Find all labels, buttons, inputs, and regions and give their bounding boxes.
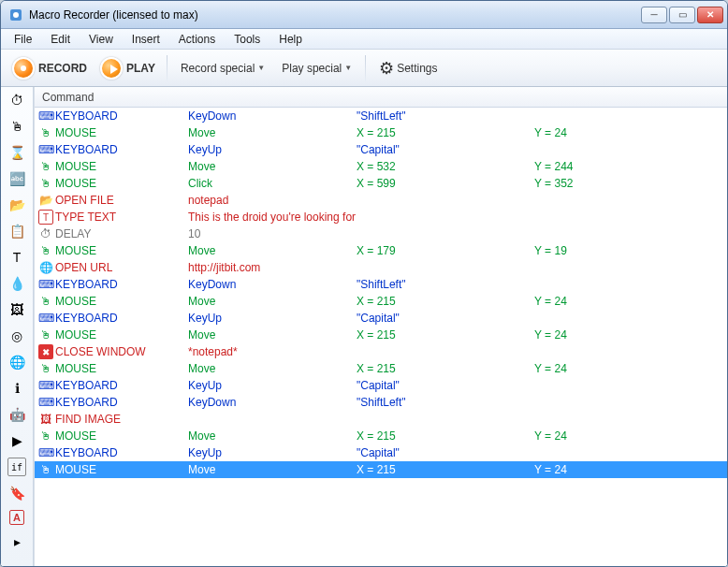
play-icon — [100, 57, 123, 80]
text-icon[interactable]: 🔤 — [7, 169, 26, 188]
command-action: Move — [188, 160, 357, 173]
menu-actions[interactable]: Actions — [169, 31, 225, 48]
copy-icon[interactable]: 📋 — [7, 222, 26, 240]
table-row[interactable]: ⌨KEYBOARDKeyUp"Capital" — [35, 310, 727, 327]
table-row[interactable]: 🖱MOUSEMoveX = 215Y = 24 — [35, 293, 727, 310]
table-row[interactable]: ⌨KEYBOARDKeyUp"Capital" — [35, 444, 727, 461]
row-icon: 🖱 — [38, 294, 53, 309]
table-row[interactable]: TTYPE TEXTThis is the droid you're looki… — [35, 209, 727, 225]
close-button[interactable]: ✕ — [697, 7, 723, 23]
table-row[interactable]: 🖱MOUSEMoveX = 215Y = 24 — [35, 360, 727, 377]
table-row[interactable]: 📂OPEN FILEnotepad — [35, 192, 727, 209]
table-row[interactable]: ⌨KEYBOARDKeyDown"ShiftLeft" — [35, 108, 727, 124]
maximize-button[interactable]: ▭ — [669, 7, 695, 23]
command-name: TYPE TEXT — [55, 211, 116, 224]
table-row[interactable]: 🖱MOUSEMoveX = 532Y = 244 — [35, 158, 727, 175]
menu-edit[interactable]: Edit — [41, 31, 80, 48]
command-action: KeyUp — [188, 312, 357, 325]
settings-button[interactable]: ⚙ Settings — [371, 54, 444, 82]
open-file-icon[interactable]: 📂 — [7, 196, 26, 214]
color-picker-icon[interactable]: 💧 — [7, 274, 26, 293]
command-param1: X = 532 — [357, 160, 534, 173]
minimize-button[interactable]: ─ — [641, 7, 667, 23]
table-row[interactable]: ⏱DELAY10 — [35, 225, 727, 242]
table-row[interactable]: ⌨KEYBOARDKeyUp"Capital" — [35, 141, 727, 158]
command-param1: "ShiftLeft" — [357, 278, 534, 291]
command-param1: X = 599 — [357, 177, 534, 190]
record-icon — [12, 57, 35, 80]
table-row[interactable]: 🌐OPEN URLhttp://jitbit.com — [35, 259, 727, 276]
command-action: Click — [188, 177, 357, 190]
toolbar-separator — [167, 55, 167, 81]
titlebar[interactable]: Macro Recorder (licensed to max) ─ ▭ ✕ — [1, 1, 727, 29]
table-row[interactable]: ⌨KEYBOARDKeyDown"ShiftLeft" — [35, 394, 727, 411]
record-button[interactable]: RECORD — [7, 55, 93, 81]
menu-tools[interactable]: Tools — [225, 31, 269, 48]
table-row[interactable]: 🖱MOUSEMoveX = 215Y = 24 — [35, 428, 727, 444]
play-special-button[interactable]: Play special▼ — [274, 58, 359, 79]
menu-file[interactable]: File — [5, 31, 41, 48]
play-button[interactable]: PLAY — [95, 55, 161, 81]
if-icon[interactable]: if — [7, 458, 26, 476]
table-row[interactable]: 🖼FIND IMAGE — [35, 411, 727, 428]
globe-icon[interactable]: 🌐 — [7, 353, 26, 371]
menu-help[interactable]: Help — [269, 31, 312, 48]
command-name: MOUSE — [55, 463, 96, 476]
record-special-button[interactable]: Record special▼ — [173, 58, 272, 79]
command-param1: X = 215 — [357, 463, 534, 476]
android-icon[interactable]: 🤖 — [7, 405, 26, 424]
command-name: FIND IMAGE — [55, 413, 121, 426]
target-icon[interactable]: ◎ — [7, 327, 26, 345]
row-icon: 🖱 — [38, 125, 53, 140]
table-row[interactable]: 🖱MOUSEMoveX = 215Y = 24 — [35, 124, 727, 141]
row-icon: T — [38, 210, 53, 225]
mouse-icon[interactable]: 🖱 — [7, 117, 26, 136]
table-row[interactable]: ✖CLOSE WINDOW*notepad* — [35, 343, 727, 360]
row-icon: ⌨ — [38, 378, 53, 393]
command-name: KEYBOARD — [55, 109, 118, 123]
command-param1: X = 179 — [357, 244, 534, 257]
info-icon[interactable]: ℹ — [7, 379, 26, 398]
command-param1: "Capital" — [357, 312, 534, 325]
row-icon: 🌐 — [38, 260, 53, 275]
table-row[interactable]: 🖱MOUSEMoveX = 215Y = 24 — [35, 327, 727, 343]
menu-insert[interactable]: Insert — [123, 31, 169, 48]
table-row[interactable]: ⌨KEYBOARDKeyUp"Capital" — [35, 377, 727, 394]
command-param2: Y = 24 — [534, 362, 727, 375]
command-action: Move — [188, 463, 357, 476]
table-row[interactable]: 🖱MOUSEMoveX = 179Y = 19 — [35, 242, 727, 259]
table-row[interactable]: ⌨KEYBOARDKeyDown"ShiftLeft" — [35, 276, 727, 293]
command-action: KeyUp — [188, 143, 357, 156]
collapse-icon[interactable]: ▸ — [7, 532, 26, 551]
command-name: CLOSE WINDOW — [55, 345, 146, 358]
command-action: KeyDown — [188, 396, 357, 409]
annotate-icon[interactable]: A — [9, 510, 24, 525]
typetext-icon[interactable]: T — [7, 248, 26, 267]
command-param2: Y = 24 — [534, 429, 727, 443]
image-icon[interactable]: 🖼 — [7, 300, 26, 319]
command-name: KEYBOARD — [55, 278, 118, 291]
row-icon: ⌨ — [38, 445, 53, 460]
command-action: http://jitbit.com — [188, 261, 357, 274]
table-row[interactable]: 🖱MOUSEMoveX = 215Y = 24 — [35, 461, 727, 478]
command-param1: "Capital" — [357, 446, 534, 459]
menu-view[interactable]: View — [80, 31, 123, 48]
play-icon[interactable]: ▶ — [7, 431, 26, 450]
gear-icon: ⚙ — [379, 58, 394, 79]
svg-point-1 — [13, 12, 19, 18]
row-icon: 🖱 — [38, 243, 53, 258]
table-row[interactable]: 🖱MOUSEClickX = 599Y = 352 — [35, 175, 727, 192]
command-name: DELAY — [55, 227, 91, 240]
command-name: OPEN URL — [55, 261, 112, 274]
command-param1: X = 215 — [357, 295, 534, 308]
row-icon: 🖼 — [38, 412, 53, 427]
row-icon: ⏱ — [38, 226, 53, 241]
command-action: This is the droid you're looking for! — [188, 211, 357, 224]
app-icon — [8, 7, 23, 22]
grid-header[interactable]: Command — [35, 87, 727, 108]
command-name: MOUSE — [55, 362, 96, 375]
hourglass-icon[interactable]: ⌛ — [7, 143, 26, 162]
label-icon[interactable]: 🔖 — [7, 484, 26, 502]
stopwatch-icon[interactable]: ⏱ — [7, 91, 26, 109]
grid-body[interactable]: ⌨KEYBOARDKeyDown"ShiftLeft"🖱MOUSEMoveX =… — [35, 108, 727, 566]
